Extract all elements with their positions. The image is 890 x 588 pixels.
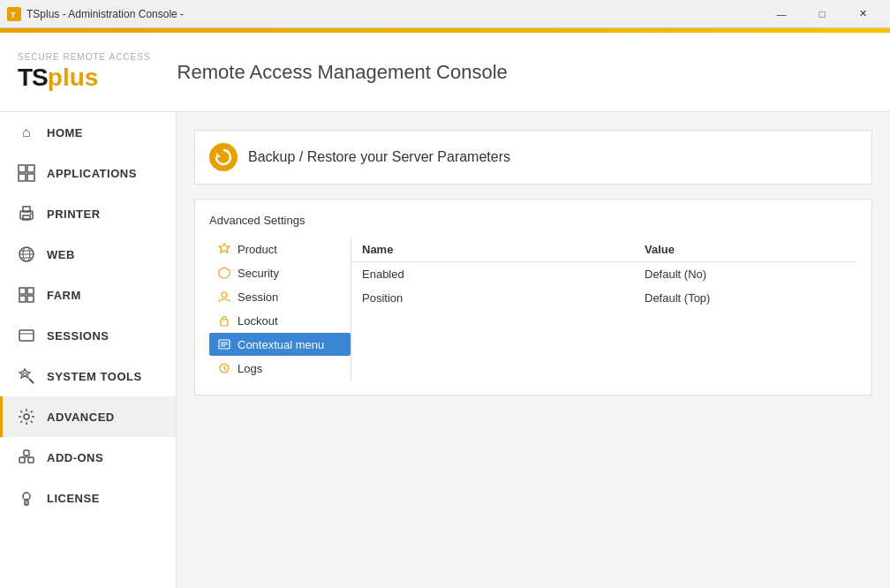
settings-nav-item-contextual-menu-label: Contextual menu	[238, 338, 324, 351]
content-area: Backup / Restore your Server Parameters …	[177, 112, 890, 588]
row-0-value: Default (No)	[634, 262, 857, 287]
settings-nav-item-lockout[interactable]: Lockout	[209, 309, 351, 332]
maximize-button[interactable]: □	[802, 0, 842, 28]
sidebar-item-printer-label: PRINTER	[47, 207, 101, 221]
title-bar-left: T TSplus - Administration Console -	[7, 7, 184, 21]
add-ons-icon	[17, 448, 36, 467]
sidebar-item-add-ons[interactable]: ADD-ONS	[0, 437, 176, 478]
section-header-title: Backup / Restore your Server Parameters	[248, 149, 510, 165]
logo-block: SECURE REMOTE ACCESS TSplus	[18, 52, 151, 92]
svg-rect-24	[24, 450, 29, 456]
row-1-name: Position	[351, 286, 634, 310]
header-title: Remote Access Management Console	[177, 61, 508, 84]
contextual-menu-nav-icon	[216, 336, 232, 352]
settings-content: Name Value Enabled Default (No) Position	[351, 237, 857, 381]
sidebar-item-advanced[interactable]: ADVANCED	[0, 396, 176, 437]
farm-icon	[17, 285, 36, 305]
sidebar-item-license[interactable]: LICENSE	[0, 478, 176, 518]
table-header: Name Value	[351, 237, 857, 262]
system-tools-icon	[17, 366, 36, 386]
svg-rect-26	[28, 457, 34, 463]
svg-line-22	[29, 379, 34, 383]
table-row: Enabled Default (No)	[351, 262, 857, 287]
header: SECURE REMOTE ACCESS TSplus Remote Acces…	[0, 33, 890, 112]
table-row: Position Default (Top)	[351, 286, 857, 310]
svg-rect-3	[27, 165, 34, 172]
lockout-nav-icon	[216, 313, 232, 328]
svg-rect-19	[19, 330, 34, 341]
logo-text-row: TSplus	[18, 64, 151, 92]
sidebar-item-web-label: WEB	[47, 248, 75, 261]
svg-rect-17	[19, 296, 26, 302]
svg-rect-5	[27, 174, 34, 181]
table-header-value: Value	[634, 237, 857, 262]
settings-nav-item-security-label: Security	[238, 267, 279, 280]
section-header: Backup / Restore your Server Parameters	[194, 130, 872, 185]
svg-point-33	[222, 292, 227, 298]
license-icon	[17, 488, 36, 508]
logo-area: SECURE REMOTE ACCESS TSplus	[18, 52, 151, 92]
sidebar-item-farm[interactable]: FARM	[0, 275, 176, 315]
session-nav-icon	[216, 289, 232, 305]
svg-rect-25	[19, 457, 25, 463]
settings-table: Name Value Enabled Default (No) Position	[351, 237, 857, 310]
settings-nav-item-logs[interactable]: Logs	[209, 357, 351, 380]
svg-rect-4	[19, 174, 26, 181]
settings-nav-item-product[interactable]: Product	[209, 237, 351, 260]
home-icon	[17, 123, 36, 142]
sidebar: HOME APPLICATIONS PRINTER WEB FARM	[0, 112, 177, 588]
table-header-name: Name	[351, 237, 634, 262]
minimize-button[interactable]: —	[761, 0, 802, 28]
svg-text:T: T	[11, 11, 16, 19]
logo-tagline: SECURE REMOTE ACCESS	[18, 52, 151, 62]
sidebar-item-license-label: LICENSE	[47, 492, 100, 505]
applications-icon	[17, 163, 36, 183]
sidebar-item-home-label: HOME	[47, 126, 83, 139]
sidebar-item-applications-label: APPLICATIONS	[47, 167, 137, 180]
product-nav-icon	[216, 241, 232, 257]
settings-nav-item-logs-label: Logs	[238, 362, 262, 375]
sidebar-item-system-tools[interactable]: SYSTEM TOOLS	[0, 356, 176, 396]
logo-plus: plus	[48, 64, 99, 92]
settings-nav: Product Security Session	[209, 237, 351, 381]
printer-icon	[17, 204, 36, 223]
table-body: Enabled Default (No) Position Default (T…	[351, 262, 857, 311]
sidebar-item-applications[interactable]: APPLICATIONS	[0, 153, 176, 193]
sessions-icon	[17, 326, 36, 345]
svg-marker-32	[216, 153, 221, 157]
svg-rect-8	[23, 215, 30, 220]
svg-point-29	[23, 493, 30, 500]
settings-nav-item-lockout-label: Lockout	[238, 314, 278, 328]
title-bar-text: TSplus - Administration Console -	[26, 8, 184, 20]
svg-rect-16	[27, 288, 34, 294]
svg-rect-18	[27, 296, 34, 302]
settings-nav-item-session-label: Session	[238, 290, 278, 304]
sidebar-item-advanced-label: ADVANCED	[47, 411, 115, 424]
advanced-settings-label: Advanced Settings	[209, 214, 857, 227]
app-icon: T	[7, 7, 21, 21]
sidebar-item-home[interactable]: HOME	[0, 112, 176, 153]
settings-nav-item-product-label: Product	[238, 243, 277, 256]
settings-nav-item-session[interactable]: Session	[209, 285, 351, 308]
title-bar: T TSplus - Administration Console - — □ …	[0, 0, 890, 28]
settings-nav-item-contextual-menu[interactable]: Contextual menu	[209, 333, 351, 356]
row-1-value: Default (Top)	[634, 286, 857, 310]
sidebar-item-sessions[interactable]: SESSIONS	[0, 315, 176, 356]
sidebar-item-printer[interactable]: PRINTER	[0, 193, 176, 234]
settings-box: Advanced Settings Product Securi	[194, 199, 872, 396]
row-0-name: Enabled	[351, 262, 634, 287]
svg-rect-2	[19, 165, 26, 172]
logo-ts: TS	[18, 64, 48, 92]
advanced-icon	[17, 407, 36, 426]
close-button[interactable]: ✕	[842, 0, 883, 28]
logs-nav-icon	[216, 360, 232, 376]
main-layout: HOME APPLICATIONS PRINTER WEB FARM	[0, 112, 890, 588]
settings-nav-item-security[interactable]: Security	[209, 261, 351, 284]
svg-point-9	[30, 213, 32, 215]
backup-icon	[209, 143, 238, 171]
svg-rect-15	[19, 288, 26, 294]
web-icon	[17, 245, 36, 264]
svg-point-23	[24, 414, 29, 419]
sidebar-item-web[interactable]: WEB	[0, 234, 176, 275]
window-controls[interactable]: — □ ✕	[761, 0, 883, 28]
